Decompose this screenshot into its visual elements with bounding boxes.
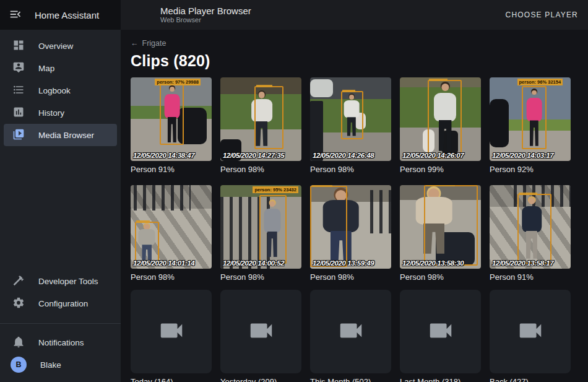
clip-label: Person 98% (131, 272, 212, 287)
detection-bounding-box (160, 83, 184, 145)
clip-timestamp: 12/05/2020 13:59:49 (313, 259, 374, 267)
logbook-icon (12, 84, 25, 98)
sidebar-item-notifications[interactable]: Notifications (4, 331, 117, 354)
clip-thumbnail: 12/05/2020 14:26:07 (400, 77, 481, 161)
sidebar-item-label: Map (38, 64, 54, 73)
clip-card-2[interactable]: 12/05/2020 14:27:35 Person 98% (220, 77, 301, 180)
clip-label: Person 91% (490, 272, 571, 287)
folder-card-last-month-318-[interactable]: Last Month (318) (400, 290, 481, 382)
clip-scene (310, 185, 391, 269)
video-camera-icon (337, 316, 365, 347)
notifications-icon (12, 336, 25, 350)
folder-tile (310, 290, 391, 373)
sidebar-footer-nav: Notifications B Blake (0, 326, 121, 382)
clip-scene (310, 77, 391, 161)
developer-tools-icon (12, 274, 25, 289)
sidebar-item-label: Media Browser (38, 131, 94, 140)
clip-card-10[interactable]: 12/05/2020 13:58:17 Person 91% (490, 185, 571, 287)
folder-label: Last Month (318) (400, 376, 481, 382)
detection-bounding-box (517, 194, 551, 264)
video-camera-icon (247, 316, 275, 347)
clip-card-8[interactable]: 12/05/2020 13:59:49 Person 98% (310, 185, 391, 287)
clip-scene (220, 77, 301, 161)
detection-bar (429, 79, 447, 81)
main-area: Media Player Browser Web Browser CHOOSE … (121, 0, 588, 382)
folders-grid: Today (164) Yesterday (209) This Month (… (121, 287, 588, 382)
clip-card-9[interactable]: 12/05/2020 13:58:30 Person 98% (400, 185, 481, 287)
folder-card-today-164-[interactable]: Today (164) (131, 290, 212, 382)
folder-card-yesterday-209-[interactable]: Yesterday (209) (220, 290, 301, 382)
clip-thumbnail: 12/05/2020 14:01:14 (131, 185, 212, 269)
clip-scene: person: 97% 29988 (131, 77, 212, 161)
clip-scene: person: 95% 23432 (220, 185, 301, 269)
clip-timestamp: 12/05/2020 14:03:17 (492, 152, 553, 159)
clip-timestamp: 12/05/2020 14:26:07 (402, 152, 464, 159)
menu-toggle-icon (9, 7, 22, 23)
sidebar-item-configuration[interactable]: Configuration (4, 292, 117, 315)
detection-bounding-box (428, 80, 462, 158)
clip-label: Person 98% (310, 272, 391, 287)
detection-bounding-box (424, 185, 477, 266)
page-subtitle: Web Browser (160, 16, 251, 24)
menu-toggle-button[interactable] (9, 7, 22, 23)
folder-card-back-427-[interactable]: Back (427) (490, 290, 571, 382)
detection-bounding-box (341, 91, 364, 139)
folder-label: Back (427) (490, 376, 571, 382)
clips-grid: person: 97% 29988 12/05/2020 14:38:47 Pe… (121, 75, 588, 287)
folder-tile (400, 290, 481, 373)
detection-bar (519, 193, 537, 195)
sidebar-spacer (0, 151, 121, 265)
detection-label-chip: person: 97% 29988 (155, 79, 201, 85)
folder-label: This Month (502) (310, 376, 391, 382)
detection-bar (342, 90, 355, 92)
folder-card-this-month-502-[interactable]: This Month (502) (310, 290, 391, 382)
video-camera-icon (157, 316, 186, 347)
sidebar-item-media-browser[interactable]: Media Browser (4, 124, 117, 146)
clip-card-5[interactable]: person: 96% 32154 12/05/2020 14:03:17 Pe… (490, 77, 571, 180)
clip-scene (400, 77, 481, 161)
clip-thumbnail: 12/05/2020 14:26:48 (310, 77, 391, 161)
clip-card-1[interactable]: person: 97% 29988 12/05/2020 14:38:47 Pe… (131, 77, 212, 180)
clip-thumbnail: person: 95% 23432 12/05/2020 14:00:52 (220, 185, 301, 269)
detection-bounding-box (310, 186, 347, 267)
sidebar-item-map[interactable]: Map (4, 57, 117, 79)
video-camera-icon (426, 316, 455, 347)
content-header: ← Frigate Clips (820) (121, 30, 588, 75)
configuration-icon (12, 297, 25, 311)
detection-bar (136, 220, 150, 223)
detection-bar (312, 185, 332, 187)
app-window: Home Assistant Overview Map Logbook Hist… (0, 0, 588, 382)
clip-thumbnail: 12/05/2020 13:58:17 (490, 185, 571, 269)
choose-player-button[interactable]: CHOOSE PLAYER (506, 11, 578, 19)
sidebar-header: Home Assistant (0, 0, 121, 30)
detection-label-chip: person: 95% 23432 (253, 186, 298, 193)
clip-timestamp: 12/05/2020 13:58:30 (402, 259, 464, 267)
clip-timestamp: 12/05/2020 14:00:52 (223, 259, 284, 267)
sidebar-item-logbook[interactable]: Logbook (4, 79, 117, 102)
clip-card-7[interactable]: person: 95% 23432 12/05/2020 14:00:52 Pe… (220, 185, 301, 287)
sidebar-item-profile[interactable]: B Blake (4, 354, 117, 376)
breadcrumb-label: Frigate (142, 39, 166, 48)
sidebar-item-label: History (38, 108, 64, 118)
media-browser-icon (12, 128, 25, 142)
sidebar-item-developer-tools[interactable]: Developer Tools (4, 270, 117, 292)
map-icon (12, 61, 25, 76)
clip-timestamp: 12/05/2020 14:01:14 (133, 259, 194, 267)
sidebar-item-overview[interactable]: Overview (4, 35, 117, 57)
clip-label: Person 92% (490, 164, 571, 180)
sidebar-divider (0, 323, 121, 324)
detection-bar (426, 185, 456, 186)
detection-bounding-box (254, 86, 283, 150)
back-breadcrumb-link[interactable]: ← Frigate (131, 39, 166, 48)
detection-bar (256, 85, 272, 87)
clip-card-4[interactable]: 12/05/2020 14:26:07 Person 99% (400, 77, 481, 180)
clip-timestamp: 12/05/2020 14:38:47 (133, 152, 194, 159)
clip-card-3[interactable]: 12/05/2020 14:26:48 Person 98% (310, 77, 391, 180)
sidebar-main-nav: Overview Map Logbook History Media Brows… (0, 30, 121, 151)
clip-timestamp: 12/05/2020 13:58:17 (492, 259, 553, 267)
sidebar-system-nav: Developer Tools Configuration (0, 265, 121, 319)
clip-label: Person 99% (400, 164, 481, 180)
sidebar-item-history[interactable]: History (4, 102, 117, 124)
clip-card-6[interactable]: 12/05/2020 14:01:14 Person 98% (131, 185, 212, 287)
clip-scene (131, 185, 212, 269)
